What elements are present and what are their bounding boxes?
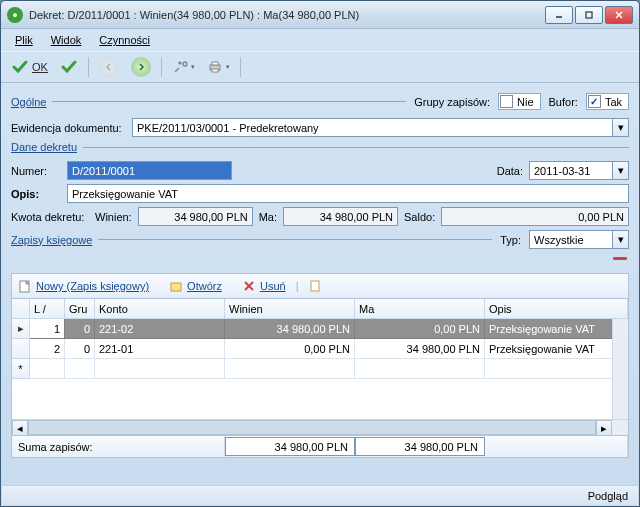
ok-button[interactable]: OK xyxy=(7,55,52,79)
titlebar: ● Dekret: D/2011/0001 : Winien(34 980,00… xyxy=(1,1,639,29)
col-konto[interactable]: Konto xyxy=(95,299,225,319)
kwota-label: Kwota dekretu: xyxy=(11,211,89,223)
ewidencja-label: Ewidencja dokumentu: xyxy=(11,122,126,134)
horizontal-scrollbar[interactable]: ◂▸ xyxy=(12,419,628,435)
col-ma[interactable]: Ma xyxy=(355,299,485,319)
close-button[interactable] xyxy=(605,6,633,24)
toolbar: OK ▾ ▾ xyxy=(1,51,639,83)
ma-value xyxy=(283,207,398,226)
suma-ma: 34 980,00 PLN xyxy=(355,437,485,456)
data-label: Data: xyxy=(497,165,523,177)
saldo-value xyxy=(441,207,629,226)
svg-rect-8 xyxy=(171,283,181,291)
dirty-indicator xyxy=(613,257,627,260)
table-row[interactable]: ▸ 1 0 221-02 34 980,00 PLN 0,00 PLN Prze… xyxy=(12,319,628,339)
svg-rect-5 xyxy=(212,62,218,65)
svg-rect-6 xyxy=(212,69,218,72)
grupy-zapisow-label: Grupy zapisów: xyxy=(414,96,490,108)
typ-dropdown[interactable]: ▾ xyxy=(612,230,629,249)
usun-link[interactable]: Usuń xyxy=(260,280,286,292)
menu-czynnosci[interactable]: Czynności xyxy=(91,32,158,48)
ma-label: Ma: xyxy=(259,211,277,223)
app-icon: ● xyxy=(7,7,23,23)
open-icon xyxy=(169,279,183,293)
data-input[interactable] xyxy=(529,161,612,180)
window-title: Dekret: D/2011/0001 : Winien(34 980,00 P… xyxy=(29,9,545,21)
col-lp[interactable]: L / xyxy=(30,299,65,319)
nav-prev-button[interactable] xyxy=(95,55,123,79)
col-winien[interactable]: Winien xyxy=(225,299,355,319)
numer-label: Numer: xyxy=(11,165,61,177)
section-ogolne[interactable]: Ogólne xyxy=(11,96,46,108)
status-text: Podgląd xyxy=(588,490,628,502)
table-row[interactable]: 2 0 221-01 0,00 PLN 34 980,00 PLN Przeks… xyxy=(12,339,628,359)
suma-label: Suma zapisów: xyxy=(12,436,225,457)
numer-input[interactable] xyxy=(67,161,232,180)
nowy-link[interactable]: Nowy (Zapis księgowy) xyxy=(36,280,149,292)
grid-toolbar: Nowy (Zapis księgowy) Otwórz Usuń | xyxy=(11,273,629,299)
ewidencja-dropdown[interactable]: ▾ xyxy=(612,118,629,137)
bufor-label: Bufor: xyxy=(549,96,578,108)
menu-plik[interactable]: Plik xyxy=(7,32,41,48)
opis-input[interactable] xyxy=(67,184,629,203)
saldo-label: Saldo: xyxy=(404,211,435,223)
svg-rect-11 xyxy=(311,281,319,291)
app-window: ● Dekret: D/2011/0001 : Winien(34 980,00… xyxy=(0,0,640,507)
section-zapisy[interactable]: Zapisy księgowe xyxy=(11,234,92,246)
menubar: Plik Widok Czynności xyxy=(1,29,639,51)
opis-label: Opis: xyxy=(11,188,61,200)
delete-icon xyxy=(242,279,256,293)
bufor-checkbox[interactable]: Tak xyxy=(586,93,629,110)
new-icon xyxy=(18,279,32,293)
typ-input[interactable] xyxy=(529,230,612,249)
winien-label: Winien: xyxy=(95,211,132,223)
apply-button[interactable] xyxy=(56,55,82,79)
print-button[interactable]: ▾ xyxy=(203,55,234,79)
suma-winien: 34 980,00 PLN xyxy=(225,437,355,456)
maximize-button[interactable] xyxy=(575,6,603,24)
data-dropdown[interactable]: ▾ xyxy=(612,161,629,180)
entries-grid: L / Gru Konto Winien Ma Opis ▸ 1 0 221-0… xyxy=(11,299,629,436)
col-gru[interactable]: Gru xyxy=(65,299,95,319)
winien-value xyxy=(138,207,253,226)
col-opis[interactable]: Opis xyxy=(485,299,628,319)
typ-label: Typ: xyxy=(500,234,521,246)
minimize-button[interactable] xyxy=(545,6,573,24)
ewidencja-input[interactable] xyxy=(132,118,612,137)
table-row-new[interactable]: * xyxy=(12,359,628,379)
grid-footer: Suma zapisów: 34 980,00 PLN 34 980,00 PL… xyxy=(11,436,629,458)
statusbar: Podgląd xyxy=(2,485,638,505)
otworz-link[interactable]: Otwórz xyxy=(187,280,222,292)
vertical-scrollbar[interactable] xyxy=(612,319,628,419)
svg-rect-1 xyxy=(586,12,592,18)
grupy-zapisow-checkbox[interactable]: Nie xyxy=(498,93,541,110)
menu-widok[interactable]: Widok xyxy=(43,32,90,48)
tools-button[interactable]: ▾ xyxy=(168,55,199,79)
section-dane-dekretu[interactable]: Dane dekretu xyxy=(11,141,77,153)
extra-action-icon[interactable] xyxy=(308,279,322,293)
nav-next-button[interactable] xyxy=(127,55,155,79)
